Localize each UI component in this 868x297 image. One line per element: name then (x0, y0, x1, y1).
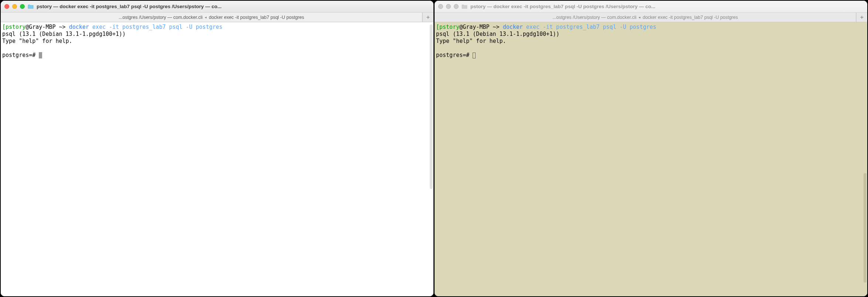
maximize-icon[interactable] (454, 4, 459, 9)
prompt-gt: > (496, 24, 500, 30)
folder-icon (462, 4, 467, 10)
output-line-2: Type "help" for help. (2, 38, 72, 44)
tab-active[interactable]: ...ostgres /Users/pstory — com.docker.cl… (435, 13, 856, 22)
psql-prompt: postgres=# (2, 52, 39, 58)
prompt-lbracket: [ (2, 24, 6, 30)
command-args: exec -it postgres_lab7 psql -U postgres (92, 24, 222, 30)
prompt-user: pstory (439, 24, 459, 30)
terminal-content[interactable]: [pstory@Gray-MBP ~> docker exec -it post… (1, 22, 433, 296)
terminal-window-inactive: pstory — docker exec -it postgres_lab7 p… (435, 1, 867, 296)
tab-separator-icon: ◂ (205, 15, 207, 19)
prompt-user: pstory (6, 24, 25, 30)
cursor (39, 52, 42, 58)
output-line-2: Type "help" for help. (436, 38, 506, 44)
close-icon[interactable] (438, 4, 443, 9)
psql-prompt: postgres=# (436, 52, 473, 58)
tab-active[interactable]: ...ostgres /Users/pstory — com.docker.cl… (1, 13, 422, 22)
titlebar[interactable]: pstory — docker exec -it postgres_lab7 p… (1, 1, 433, 13)
terminal-viewport: [pstory@Gray-MBP ~> docker exec -it post… (1, 22, 433, 296)
tab-label-left: ...ostgres /Users/pstory — com.docker.cl… (552, 15, 636, 20)
scrollbar-thumb[interactable] (864, 173, 867, 283)
scrollbar-thumb[interactable] (430, 24, 433, 189)
tab-label-right: docker exec -it postgres_lab7 psql -U po… (643, 15, 738, 20)
prompt-host: Gray-MBP (29, 24, 55, 30)
close-icon[interactable] (4, 4, 9, 9)
prompt-host: Gray-MBP (463, 24, 489, 30)
maximize-icon[interactable] (20, 4, 25, 9)
terminal-window-active: pstory — docker exec -it postgres_lab7 p… (1, 1, 433, 296)
tab-label-left: ...ostgres /Users/pstory — com.docker.cl… (119, 15, 202, 20)
tab-separator-icon: ◂ (639, 15, 640, 19)
output-line-1: psql (13.1 (Debian 13.1-1.pgdg100+1)) (436, 31, 559, 37)
tab-bar: ...ostgres /Users/pstory — com.docker.cl… (435, 13, 867, 22)
command-docker: docker (69, 24, 89, 30)
command-args: exec -it postgres_lab7 psql -U postgres (526, 24, 656, 30)
prompt-path: ~ (490, 24, 496, 30)
prompt-at: @ (459, 24, 463, 30)
terminal-viewport: [pstory@Gray-MBP ~> docker exec -it post… (435, 22, 867, 296)
minimize-icon[interactable] (446, 4, 451, 9)
window-title: pstory — docker exec -it postgres_lab7 p… (470, 4, 864, 9)
traffic-lights (438, 4, 459, 9)
tab-label-right: docker exec -it postgres_lab7 psql -U po… (209, 15, 304, 20)
terminal-content[interactable]: [pstory@Gray-MBP ~> docker exec -it post… (435, 22, 867, 296)
traffic-lights (4, 4, 25, 9)
folder-icon (28, 4, 34, 10)
output-line-1: psql (13.1 (Debian 13.1-1.pgdg100+1)) (2, 31, 126, 37)
new-tab-button[interactable]: + (422, 13, 433, 22)
prompt-at: @ (25, 24, 29, 30)
minimize-icon[interactable] (12, 4, 17, 9)
cursor (473, 53, 476, 58)
prompt-lbracket: [ (436, 24, 439, 30)
prompt-gt: > (62, 24, 66, 30)
command-docker: docker (503, 24, 523, 30)
titlebar[interactable]: pstory — docker exec -it postgres_lab7 p… (435, 1, 867, 13)
prompt-path: ~ (56, 24, 62, 30)
window-title: pstory — docker exec -it postgres_lab7 p… (37, 4, 430, 9)
new-tab-button[interactable]: + (856, 13, 867, 22)
tab-bar: ...ostgres /Users/pstory — com.docker.cl… (1, 13, 433, 22)
